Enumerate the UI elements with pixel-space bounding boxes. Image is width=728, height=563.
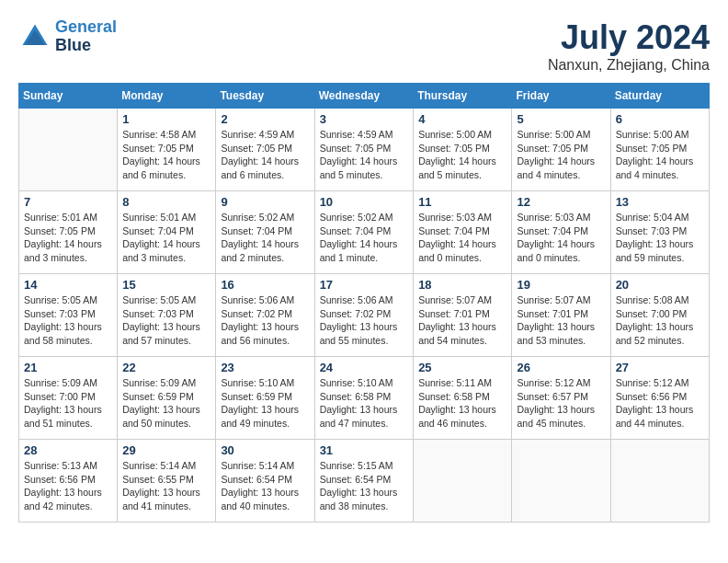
calendar-cell: 16Sunrise: 5:06 AM Sunset: 7:02 PM Dayli… [216,274,314,357]
day-number: 13 [616,195,704,209]
day-number: 28 [24,443,112,457]
day-info: Sunrise: 4:58 AM Sunset: 7:05 PM Dayligh… [122,128,210,182]
day-info: Sunrise: 5:13 AM Sunset: 6:56 PM Dayligh… [24,459,112,513]
calendar-cell: 15Sunrise: 5:05 AM Sunset: 7:03 PM Dayli… [118,274,216,357]
day-info: Sunrise: 5:10 AM Sunset: 6:58 PM Dayligh… [320,376,409,431]
calendar-header: Sunday Monday Tuesday Wednesday Thursday… [19,84,710,109]
day-info: Sunrise: 5:05 AM Sunset: 7:03 PM Dayligh… [122,293,210,348]
calendar-cell: 26Sunrise: 5:12 AM Sunset: 6:57 PM Dayli… [512,357,610,440]
day-number: 12 [517,195,605,209]
calendar-cell: 1Sunrise: 4:58 AM Sunset: 7:05 PM Daylig… [118,109,216,191]
day-info: Sunrise: 5:02 AM Sunset: 7:04 PM Dayligh… [221,211,309,265]
page-header: General Blue July 2024 Nanxun, Zhejiang,… [18,18,710,74]
day-number: 20 [616,278,704,292]
day-info: Sunrise: 5:11 AM Sunset: 6:58 PM Dayligh… [418,376,506,431]
day-number: 16 [221,278,309,292]
day-number: 29 [122,443,210,457]
day-info: Sunrise: 5:04 AM Sunset: 7:03 PM Dayligh… [616,211,704,265]
calendar-cell: 3Sunrise: 4:59 AM Sunset: 7:05 PM Daylig… [314,109,414,191]
calendar-cell: 27Sunrise: 5:12 AM Sunset: 6:56 PM Dayli… [610,357,709,440]
day-number: 24 [320,361,409,374]
day-info: Sunrise: 5:00 AM Sunset: 7:05 PM Dayligh… [616,128,704,182]
day-info: Sunrise: 5:12 AM Sunset: 6:57 PM Dayligh… [517,376,605,431]
day-info: Sunrise: 5:14 AM Sunset: 6:54 PM Dayligh… [221,459,309,513]
day-info: Sunrise: 5:01 AM Sunset: 7:04 PM Dayligh… [122,211,210,265]
col-thursday: Thursday [414,84,512,109]
calendar-cell [610,440,709,523]
calendar-cell [512,440,610,523]
calendar-cell: 24Sunrise: 5:10 AM Sunset: 6:58 PM Dayli… [314,357,414,440]
day-number: 10 [320,195,409,209]
calendar-cell: 19Sunrise: 5:07 AM Sunset: 7:01 PM Dayli… [512,274,610,357]
header-row: Sunday Monday Tuesday Wednesday Thursday… [19,84,710,109]
calendar-cell: 10Sunrise: 5:02 AM Sunset: 7:04 PM Dayli… [314,191,414,274]
logo-text: General Blue [55,18,117,55]
calendar-cell: 18Sunrise: 5:07 AM Sunset: 7:01 PM Dayli… [414,274,512,357]
day-info: Sunrise: 5:15 AM Sunset: 6:54 PM Dayligh… [320,459,409,513]
logo-icon [18,20,51,53]
day-number: 9 [221,195,309,209]
calendar-cell: 12Sunrise: 5:03 AM Sunset: 7:04 PM Dayli… [512,191,610,274]
calendar-week-2: 7Sunrise: 5:01 AM Sunset: 7:05 PM Daylig… [19,191,710,274]
day-info: Sunrise: 5:01 AM Sunset: 7:05 PM Dayligh… [24,211,112,265]
day-info: Sunrise: 5:07 AM Sunset: 7:01 PM Dayligh… [418,293,506,348]
calendar-cell: 11Sunrise: 5:03 AM Sunset: 7:04 PM Dayli… [414,191,512,274]
calendar-cell: 5Sunrise: 5:00 AM Sunset: 7:05 PM Daylig… [512,109,610,191]
calendar-cell: 29Sunrise: 5:14 AM Sunset: 6:55 PM Dayli… [118,440,216,523]
day-info: Sunrise: 5:09 AM Sunset: 7:00 PM Dayligh… [24,376,112,431]
col-wednesday: Wednesday [314,84,414,109]
calendar-cell: 22Sunrise: 5:09 AM Sunset: 6:59 PM Dayli… [118,357,216,440]
day-number: 6 [616,112,704,126]
calendar-cell: 2Sunrise: 4:59 AM Sunset: 7:05 PM Daylig… [216,109,314,191]
calendar-cell: 6Sunrise: 5:00 AM Sunset: 7:05 PM Daylig… [610,109,709,191]
day-info: Sunrise: 5:12 AM Sunset: 6:56 PM Dayligh… [616,376,704,431]
day-info: Sunrise: 5:03 AM Sunset: 7:04 PM Dayligh… [517,211,605,265]
calendar-cell: 23Sunrise: 5:10 AM Sunset: 6:59 PM Dayli… [216,357,314,440]
day-number: 17 [320,278,409,292]
calendar-table: Sunday Monday Tuesday Wednesday Thursday… [18,83,710,523]
day-info: Sunrise: 5:08 AM Sunset: 7:00 PM Dayligh… [616,293,704,348]
day-number: 7 [24,195,112,209]
calendar-cell: 13Sunrise: 5:04 AM Sunset: 7:03 PM Dayli… [610,191,709,274]
day-info: Sunrise: 5:10 AM Sunset: 6:59 PM Dayligh… [221,376,309,431]
day-info: Sunrise: 5:00 AM Sunset: 7:05 PM Dayligh… [418,128,506,182]
month-title: July 2024 [548,18,710,57]
col-tuesday: Tuesday [216,84,314,109]
day-number: 15 [122,278,210,292]
calendar-cell: 9Sunrise: 5:02 AM Sunset: 7:04 PM Daylig… [216,191,314,274]
title-block: July 2024 Nanxun, Zhejiang, China [548,18,710,74]
calendar-week-3: 14Sunrise: 5:05 AM Sunset: 7:03 PM Dayli… [19,274,710,357]
day-number: 25 [418,361,506,374]
calendar-cell: 20Sunrise: 5:08 AM Sunset: 7:00 PM Dayli… [610,274,709,357]
calendar-cell: 8Sunrise: 5:01 AM Sunset: 7:04 PM Daylig… [118,191,216,274]
day-info: Sunrise: 5:09 AM Sunset: 6:59 PM Dayligh… [122,376,210,431]
day-info: Sunrise: 5:06 AM Sunset: 7:02 PM Dayligh… [320,293,409,348]
day-number: 1 [122,112,210,126]
day-number: 8 [122,195,210,209]
day-info: Sunrise: 5:02 AM Sunset: 7:04 PM Dayligh… [320,211,409,265]
calendar-cell [414,440,512,523]
calendar-cell: 4Sunrise: 5:00 AM Sunset: 7:05 PM Daylig… [414,109,512,191]
calendar-cell [19,109,118,191]
day-info: Sunrise: 4:59 AM Sunset: 7:05 PM Dayligh… [320,128,409,182]
calendar-week-4: 21Sunrise: 5:09 AM Sunset: 7:00 PM Dayli… [19,357,710,440]
calendar-cell: 25Sunrise: 5:11 AM Sunset: 6:58 PM Dayli… [414,357,512,440]
day-number: 18 [418,278,506,292]
day-number: 27 [616,361,704,374]
day-number: 3 [320,112,409,126]
calendar-cell: 30Sunrise: 5:14 AM Sunset: 6:54 PM Dayli… [216,440,314,523]
day-info: Sunrise: 5:06 AM Sunset: 7:02 PM Dayligh… [221,293,309,348]
col-sunday: Sunday [19,84,118,109]
day-number: 19 [517,278,605,292]
day-number: 14 [24,278,112,292]
calendar-cell: 7Sunrise: 5:01 AM Sunset: 7:05 PM Daylig… [19,191,118,274]
day-number: 22 [122,361,210,374]
col-monday: Monday [118,84,216,109]
day-info: Sunrise: 5:05 AM Sunset: 7:03 PM Dayligh… [24,293,112,348]
day-number: 21 [24,361,112,374]
calendar-cell: 28Sunrise: 5:13 AM Sunset: 6:56 PM Dayli… [19,440,118,523]
location-title: Nanxun, Zhejiang, China [548,57,710,74]
day-number: 5 [517,112,605,126]
col-saturday: Saturday [610,84,709,109]
day-info: Sunrise: 5:07 AM Sunset: 7:01 PM Dayligh… [517,293,605,348]
